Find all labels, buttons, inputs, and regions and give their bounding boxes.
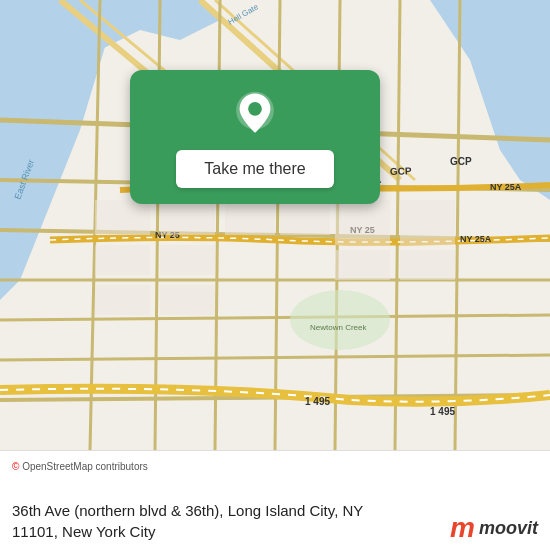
svg-rect-39 [95,245,150,275]
svg-rect-45 [335,200,390,245]
svg-text:NY 25A: NY 25A [460,234,492,244]
svg-point-32 [290,290,390,350]
svg-rect-41 [95,285,150,315]
svg-rect-43 [335,250,390,280]
moovit-logo: m moovit [450,514,538,542]
osm-text: OpenStreetMap contributors [22,461,148,472]
svg-text:Newtown Creek: Newtown Creek [310,323,367,332]
take-me-there-button[interactable]: Take me there [176,150,333,188]
svg-rect-38 [280,200,330,235]
svg-rect-36 [160,200,215,235]
svg-point-48 [248,102,262,116]
address-line1: 36th Ave (northern blvd & 36th), Long Is… [12,502,363,519]
svg-rect-44 [400,250,455,280]
svg-rect-42 [160,285,215,315]
svg-text:1 495: 1 495 [305,396,330,407]
moovit-wordmark: moovit [479,518,538,539]
svg-text:GCP: GCP [450,156,472,167]
map-background: GCP GCP NY 25A NY 25A NY 25A NY 25 NY 25… [0,0,550,450]
osm-attribution: © OpenStreetMap contributors [12,461,538,472]
copyright-symbol: © [12,461,19,472]
location-card: Take me there [130,70,380,204]
svg-text:NY 25A: NY 25A [490,182,522,192]
svg-rect-46 [400,200,455,245]
svg-rect-40 [160,245,215,275]
svg-text:GCP: GCP [390,165,412,177]
info-bottom-row: 36th Ave (northern blvd & 36th), Long Is… [12,500,538,542]
info-bar: © OpenStreetMap contributors 36th Ave (n… [0,450,550,550]
map-container: GCP GCP NY 25A NY 25A NY 25A NY 25 NY 25… [0,0,550,450]
svg-rect-35 [95,200,150,235]
svg-text:1 495: 1 495 [430,406,455,417]
svg-rect-37 [225,200,275,235]
address-text: 36th Ave (northern blvd & 36th), Long Is… [12,500,450,542]
address-line2: 11101, New York City [12,523,155,540]
moovit-m-letter: m [450,514,475,542]
location-pin-icon [231,90,279,138]
